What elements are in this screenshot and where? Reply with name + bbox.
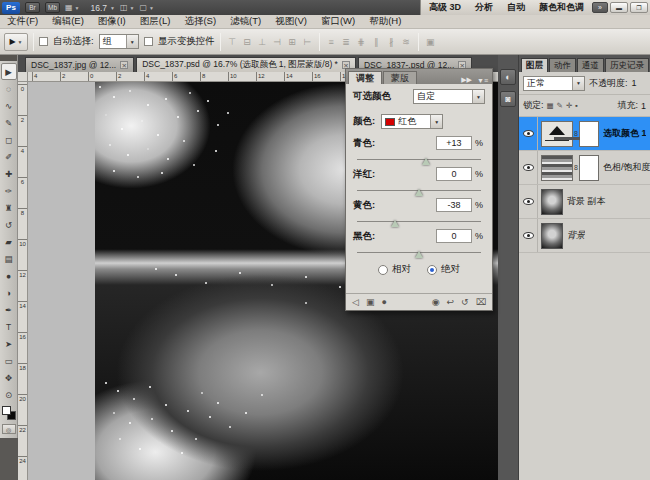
- return-to-adjustment-list-icon[interactable]: ◁: [352, 297, 359, 307]
- slider-thumb[interactable]: [422, 158, 430, 165]
- gradient-tool[interactable]: ▤: [1, 250, 17, 267]
- panel-menu-icon[interactable]: ▼≡: [477, 77, 488, 84]
- layer-name[interactable]: 背景 副本: [567, 195, 606, 208]
- relative-radio[interactable]: 相对: [378, 263, 411, 276]
- distribute-top-edges-icon[interactable]: ≡: [325, 37, 338, 47]
- lock-all-icon[interactable]: ▪: [575, 101, 578, 110]
- distribute-horizontal-centers-icon[interactable]: ∦: [385, 37, 398, 47]
- slider-thumb[interactable]: [415, 189, 423, 196]
- black-value-field[interactable]: 0: [436, 229, 472, 243]
- yellow-slider[interactable]: [357, 221, 481, 222]
- zoom-tool[interactable]: ⊙: [1, 386, 17, 403]
- restore-button[interactable]: ❐: [630, 2, 648, 13]
- masks-panel-icon[interactable]: ◙: [500, 91, 516, 107]
- layer-row-background[interactable]: 背景: [519, 219, 650, 253]
- layer-mask-thumbnail[interactable]: [579, 121, 599, 147]
- menu-item[interactable]: 选择(S): [177, 15, 223, 28]
- cyan-slider[interactable]: [357, 159, 481, 160]
- auto-select-dropdown[interactable]: 组▼: [99, 34, 139, 49]
- tab-channels[interactable]: 通道: [577, 58, 604, 72]
- menu-item[interactable]: 滤镜(T): [223, 15, 268, 28]
- black-slider[interactable]: [357, 252, 481, 253]
- layer-thumbnail[interactable]: [541, 189, 563, 215]
- ruler-origin-corner[interactable]: [18, 72, 28, 82]
- menu-item[interactable]: 图层(L): [133, 15, 178, 28]
- show-transform-checkbox[interactable]: [144, 37, 153, 46]
- eye-icon[interactable]: ◉: [432, 297, 440, 307]
- hand-tool[interactable]: ✥: [1, 369, 17, 386]
- cyan-value-field[interactable]: +13: [436, 136, 472, 150]
- clip-to-layer-icon[interactable]: ▣: [366, 297, 375, 307]
- layer-mask-thumbnail[interactable]: [579, 155, 599, 181]
- expand-panel-icon[interactable]: ▶▶: [461, 76, 472, 84]
- menu-item[interactable]: 图像(I): [91, 15, 133, 28]
- layer-name[interactable]: 背景: [567, 229, 585, 242]
- layer-name[interactable]: 色相/饱和度 1: [603, 161, 650, 174]
- blur-tool[interactable]: ●: [1, 267, 17, 284]
- layer-name[interactable]: 选取颜色 1: [603, 127, 647, 140]
- visibility-toggle[interactable]: [519, 219, 538, 252]
- eraser-tool[interactable]: ▰: [1, 233, 17, 250]
- menu-color-and-tone[interactable]: 颜色和色调: [533, 1, 590, 14]
- path-selection-tool[interactable]: ➤: [1, 335, 17, 352]
- eyedropper-tool[interactable]: ✐: [1, 148, 17, 165]
- visibility-toggle[interactable]: [519, 151, 538, 184]
- tab-layers[interactable]: 图层: [521, 58, 548, 72]
- selective-color-thumbnail[interactable]: [541, 121, 573, 147]
- marquee-tool[interactable]: ◌: [1, 80, 17, 97]
- adjustments-panel-icon[interactable]: ◐: [500, 69, 516, 85]
- visibility-toggle[interactable]: [519, 117, 538, 150]
- menu-item[interactable]: 文件(F): [0, 15, 45, 28]
- menu-item[interactable]: 编辑(E): [45, 15, 91, 28]
- fill-value[interactable]: 1: [641, 101, 646, 111]
- slider-thumb[interactable]: [391, 220, 399, 227]
- pen-tool[interactable]: ✒: [1, 301, 17, 318]
- dodge-tool[interactable]: ◑: [1, 284, 17, 301]
- close-icon[interactable]: ✕: [120, 61, 128, 69]
- lock-image-pixels-icon[interactable]: ✎: [557, 101, 563, 110]
- brush-tool[interactable]: ✑: [1, 182, 17, 199]
- tab-masks[interactable]: 蒙版: [383, 71, 417, 84]
- distribute-left-edges-icon[interactable]: ∥: [370, 37, 383, 47]
- overflow-button[interactable]: »: [592, 2, 608, 13]
- foreground-color-swatch[interactable]: [2, 406, 11, 415]
- type-tool[interactable]: T: [1, 318, 17, 335]
- undo-icon[interactable]: ↩: [447, 297, 455, 307]
- view-extras-button[interactable]: ▦▼: [65, 3, 80, 12]
- delete-adjustment-icon[interactable]: ⌧: [476, 297, 486, 307]
- visibility-toggle-icon[interactable]: ●: [381, 297, 386, 307]
- align-bottom-edges-icon[interactable]: ⊥: [256, 37, 269, 47]
- align-right-edges-icon[interactable]: ⊢: [301, 37, 314, 47]
- align-top-edges-icon[interactable]: ⊤: [226, 37, 239, 47]
- auto-select-checkbox[interactable]: [39, 37, 48, 46]
- quick-mask-button[interactable]: ◎: [2, 424, 16, 434]
- tab-adjustments[interactable]: 调整: [348, 71, 382, 84]
- preset-dropdown[interactable]: 自定▼: [413, 89, 485, 104]
- hue-saturation-thumbnail[interactable]: [541, 155, 573, 181]
- tab-history[interactable]: 历史记录: [605, 58, 649, 72]
- magenta-slider[interactable]: [357, 190, 481, 191]
- crop-tool[interactable]: ◻: [1, 131, 17, 148]
- menu-advanced-3d[interactable]: 高级 3D: [423, 1, 467, 14]
- auto-align-layers-icon[interactable]: ▣: [424, 37, 437, 47]
- color-dropdown[interactable]: 红色▼: [381, 114, 443, 129]
- layer-row-hue-saturation[interactable]: 8 色相/饱和度 1: [519, 151, 650, 185]
- magenta-value-field[interactable]: 0: [436, 167, 472, 181]
- healing-brush-tool[interactable]: ✚: [1, 165, 17, 182]
- distribute-vertical-centers-icon[interactable]: ≣: [340, 37, 353, 47]
- mini-bridge-button[interactable]: Mb: [45, 2, 60, 13]
- tab-actions[interactable]: 动作: [549, 58, 576, 72]
- yellow-value-field[interactable]: -38: [436, 198, 472, 212]
- visibility-toggle[interactable]: [519, 185, 538, 218]
- document-tab-2-active[interactable]: DSC_1837.psd @ 16.7% (选取颜色 1, 图层蒙版/8) * …: [136, 57, 356, 72]
- layer-thumbnail[interactable]: [541, 223, 563, 249]
- blend-mode-dropdown[interactable]: 正常▼: [523, 76, 585, 91]
- panel-grip[interactable]: [0, 55, 17, 61]
- lock-position-icon[interactable]: ✛: [566, 101, 572, 110]
- document-tab-1[interactable]: DSC_1837.jpg @ 12... ✕: [25, 57, 134, 72]
- align-horizontal-centers-icon[interactable]: ⊞: [286, 37, 299, 47]
- distribute-right-edges-icon[interactable]: ≋: [400, 37, 413, 47]
- distribute-bottom-edges-icon[interactable]: ⋕: [355, 37, 368, 47]
- layer-row-selective-color[interactable]: 8 选取颜色 1: [519, 117, 650, 151]
- align-left-edges-icon[interactable]: ⊣: [271, 37, 284, 47]
